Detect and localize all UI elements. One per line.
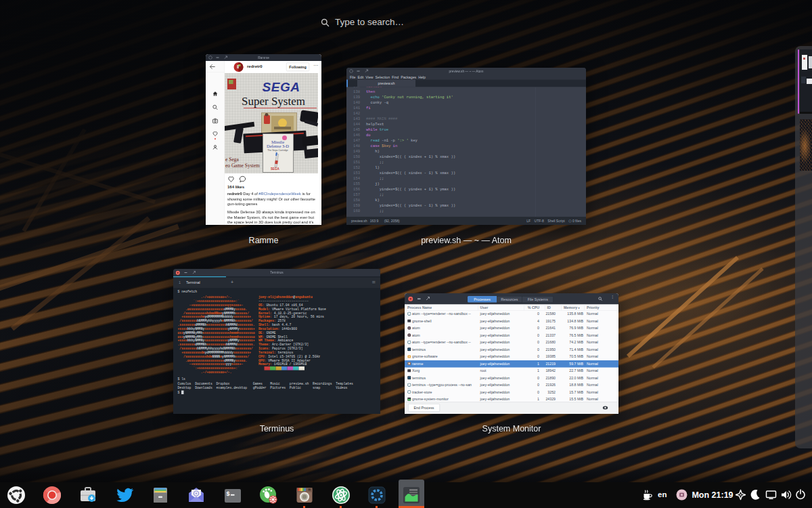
svg-text:$: $ [227, 490, 230, 497]
